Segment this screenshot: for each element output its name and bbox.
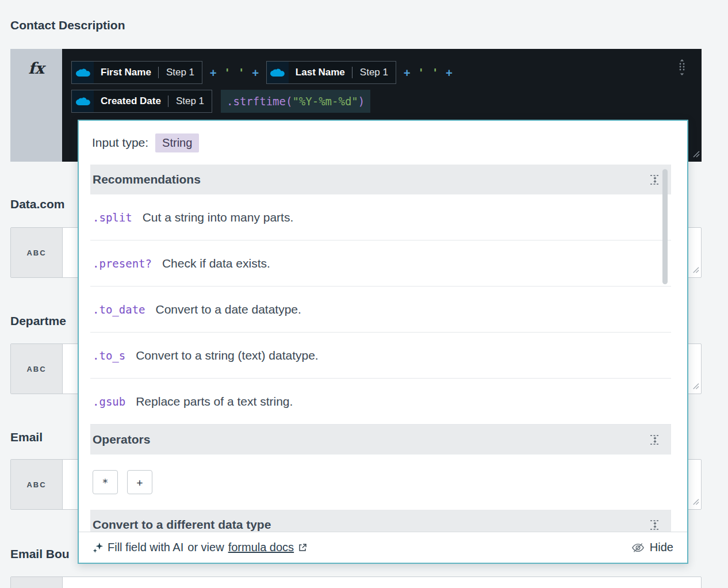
section-title: Recommendations (93, 173, 201, 186)
formula-code-segment: .strftime("%Y-%m-%d") (221, 90, 370, 113)
drag-handle-icon[interactable] (677, 59, 687, 78)
input-type-label: Input type: (92, 136, 148, 150)
operators-row: * + (90, 455, 671, 510)
resize-handle-icon[interactable] (692, 497, 699, 507)
datapill-step: Step 1 (159, 67, 202, 78)
datapill-field-name: First Name (94, 67, 158, 78)
operator-button-plus[interactable]: + (127, 470, 152, 494)
input-type-badge: String (155, 133, 199, 152)
plus-operator: + (446, 66, 452, 79)
scrollbar-thumb[interactable] (662, 169, 668, 284)
formula-line-2: Created Date Step 1 .strftime("%Y-%m-%d"… (71, 90, 692, 113)
recommendation-item-gsub[interactable]: .gsub Replace parts of a text string. (90, 379, 671, 425)
formula-mode-gutter: fx (10, 49, 62, 162)
datapill-field-name: Created Date (94, 96, 168, 107)
hide-label: Hide (650, 541, 673, 554)
field-label-email-bounced: Email Bou (10, 547, 70, 561)
formula-term: .gsub (93, 395, 125, 408)
section-title: Convert to a different data type (93, 518, 271, 532)
section-header-operators: Operators (90, 425, 671, 455)
datapill-first-name[interactable]: First Name Step 1 (71, 61, 202, 84)
datapill-step: Step 1 (352, 67, 396, 78)
quote-token: ' (224, 66, 230, 79)
operator-button-multiply[interactable]: * (93, 470, 118, 494)
eye-off-icon (631, 542, 645, 553)
popup-footer: Fill field with AI or view formula docs … (79, 532, 687, 563)
formula-term: .to_date (93, 303, 145, 316)
formula-description: Convert to a string (text) datatype. (136, 349, 318, 362)
text-input[interactable] (63, 577, 701, 588)
editor-resize-handle-icon[interactable] (692, 150, 700, 160)
quote-token: ' (417, 66, 424, 79)
datapill-field-name: Last Name (289, 67, 352, 78)
formula-term: .to_s (93, 349, 125, 362)
section-title: Operators (93, 433, 150, 446)
formula-helper-popup: Input type: String Recommendations .spli… (78, 120, 688, 564)
section-header-convert: Convert to a different data type (90, 510, 671, 532)
section-header-recommendations: Recommendations (90, 165, 671, 194)
fill-field-with-ai-button[interactable]: Fill field with AI (108, 541, 183, 554)
text-type-indicator: ABC (11, 460, 63, 509)
resize-handle-icon[interactable] (692, 265, 699, 276)
fx-icon: fx (28, 60, 44, 162)
footer-or-view-text: or view (187, 541, 224, 554)
code-close-paren: ) (358, 95, 365, 108)
recommendation-item-present[interactable]: .present? Check if data exists. (90, 240, 671, 287)
external-link-icon (298, 543, 307, 552)
formula-description: Convert to a date datatype. (156, 303, 301, 316)
field-label-datacom: Data.com (10, 197, 65, 211)
plus-operator: + (404, 66, 410, 79)
text-type-indicator: ABC (11, 577, 63, 588)
recommendation-item-split[interactable]: .split Cut a string into many parts. (90, 194, 671, 240)
salesforce-icon (267, 62, 289, 83)
recommendation-item-to-date[interactable]: .to_date Convert to a date datatype. (90, 287, 671, 333)
field-email-bounced: ABC (10, 576, 702, 588)
formula-description: Replace parts of a text string. (136, 395, 293, 408)
datapill-step: Step 1 (168, 96, 212, 107)
field-label-department: Departme (10, 314, 66, 328)
recommendation-item-to-s[interactable]: .to_s Convert to a string (text) datatyp… (90, 333, 671, 379)
collapse-section-icon[interactable] (649, 175, 661, 185)
code-string: "%Y-%m-%d" (292, 95, 358, 108)
formula-line-1: First Name Step 1 + ' ' + Last Name Step… (71, 61, 692, 84)
formula-description: Cut a string into many parts. (143, 211, 294, 224)
hide-button[interactable]: Hide (631, 541, 673, 554)
input-type-row: Input type: String (79, 121, 687, 165)
formula-term: .split (93, 211, 132, 224)
collapse-section-icon[interactable] (649, 435, 661, 445)
text-type-indicator: ABC (11, 344, 63, 394)
datapill-created-date[interactable]: Created Date Step 1 (71, 90, 212, 113)
ai-sparkle-icon (93, 542, 104, 553)
collapse-section-icon[interactable] (649, 520, 661, 530)
formula-description: Check if data exists. (162, 257, 270, 270)
datapill-last-name[interactable]: Last Name Step 1 (266, 61, 396, 84)
code-method: .strftime( (227, 95, 292, 108)
salesforce-icon (72, 90, 94, 112)
quote-token: ' (432, 66, 438, 79)
footer-actions: Fill field with AI or view formula docs (93, 541, 307, 554)
formula-docs-link[interactable]: formula docs (228, 541, 294, 554)
field-label-email: Email (10, 430, 43, 444)
salesforce-icon (72, 62, 94, 83)
page-title: Contact Description (10, 18, 125, 32)
helper-scroll-area: Recommendations .split Cut a string into… (90, 165, 671, 532)
text-type-indicator: ABC (11, 228, 63, 277)
plus-operator: + (252, 66, 258, 79)
formula-term: .present? (93, 257, 152, 270)
plus-operator: + (210, 66, 216, 79)
quote-token: ' (238, 66, 244, 79)
resize-handle-icon[interactable] (692, 381, 699, 392)
